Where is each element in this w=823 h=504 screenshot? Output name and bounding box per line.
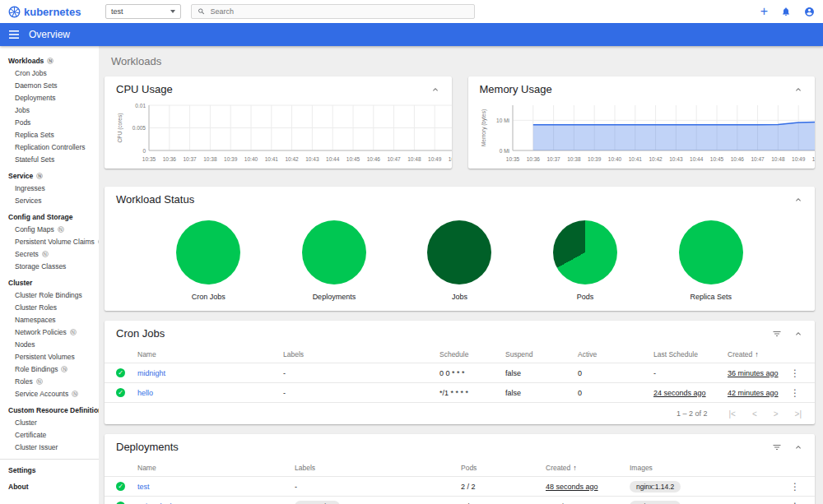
column-header-suspend[interactable]: Suspend <box>505 350 578 358</box>
status-ok-icon: ✓ <box>116 388 125 397</box>
pie-chart[interactable] <box>176 220 240 284</box>
pie-chart[interactable] <box>679 220 743 284</box>
column-header-schedule[interactable]: Schedule <box>439 350 505 358</box>
sidebar-item-label: Storage Classes <box>15 262 66 270</box>
collapse-button[interactable] <box>793 442 803 452</box>
column-header-last-schedule[interactable]: Last Schedule <box>653 350 728 358</box>
cell-labels: - <box>283 369 439 377</box>
next-page-button[interactable]: > <box>774 409 779 418</box>
sidebar-item-jobs[interactable]: Jobs <box>0 104 99 116</box>
usage-charts-row: CPU Usage 10:3510:3610:3710:3810:3910:40… <box>105 76 815 169</box>
create-button[interactable]: + <box>760 5 768 18</box>
sidebar-item-label: Cron Jobs <box>15 69 47 77</box>
column-header-created[interactable]: Created↑ <box>546 464 630 472</box>
sidebar-item-persistent-volume-claims[interactable]: Persistent Volume ClaimsN <box>0 235 99 247</box>
pie-chart[interactable] <box>302 220 366 284</box>
sidebar-item-namespaces[interactable]: Namespaces <box>0 313 99 326</box>
sidebar-item-config-and-storage[interactable]: Config and Storage <box>0 210 99 223</box>
sidebar-item-workloads[interactable]: WorkloadsN <box>0 54 99 67</box>
sidebar-item-label: Ingresses <box>15 184 45 192</box>
sidebar-item-cluster-issuer[interactable]: Cluster Issuer <box>0 441 99 453</box>
sidebar-item-deployments[interactable]: Deployments <box>0 91 99 104</box>
sidebar-item-secrets[interactable]: SecretsN <box>0 247 99 260</box>
sidebar-item-service-accounts[interactable]: Service AccountsN <box>0 387 99 400</box>
column-header-pods[interactable]: Pods <box>461 464 546 472</box>
sidebar-item-cluster[interactable]: Cluster <box>0 416 99 428</box>
sidebar-item-nodes[interactable]: Nodes <box>0 338 99 350</box>
sidebar-item-replica-sets[interactable]: Replica Sets <box>0 128 99 141</box>
column-header-images[interactable]: Images <box>630 464 787 472</box>
column-header-active[interactable]: Active <box>578 350 653 358</box>
deployment-name-link[interactable]: test <box>137 483 295 491</box>
row-menu-button[interactable]: ⋮ <box>787 368 803 378</box>
row-menu-button[interactable]: ⋮ <box>787 502 803 504</box>
status-ok-icon: ✓ <box>116 368 125 377</box>
cronjob-name-link[interactable]: midnight <box>137 369 283 377</box>
collapse-button[interactable] <box>793 85 803 95</box>
sidebar-item-cluster-roles[interactable]: Cluster Roles <box>0 301 99 313</box>
sidebar-item-cluster[interactable]: Cluster <box>0 276 99 289</box>
sidebar-item-services[interactable]: Services <box>0 194 99 206</box>
search-bar[interactable] <box>191 4 475 19</box>
sidebar-item-network-policies[interactable]: Network PoliciesN <box>0 326 99 338</box>
column-header-labels[interactable]: Labels <box>295 464 461 472</box>
column-header-name[interactable]: Name <box>137 464 295 472</box>
sidebar-item-pods[interactable]: Pods <box>0 116 99 128</box>
filter-button[interactable] <box>772 442 782 452</box>
sidebar-item-daemon-sets[interactable]: Daemon Sets <box>0 79 99 91</box>
menu-button[interactable] <box>9 30 19 39</box>
collapse-button[interactable] <box>430 85 440 95</box>
sidebar-item-settings[interactable]: Settings <box>0 464 99 476</box>
column-header-created[interactable]: Created↑ <box>728 350 787 358</box>
prev-page-button[interactable]: < <box>752 409 757 418</box>
sidebar-item-cluster-role-bindings[interactable]: Cluster Role Bindings <box>0 289 99 301</box>
brand[interactable]: kubernetes <box>8 6 95 18</box>
row-menu-button[interactable]: ⋮ <box>787 482 803 492</box>
svg-text:0.01: 0.01 <box>135 103 146 109</box>
namespace-select[interactable]: test <box>105 4 181 19</box>
sidebar-item-ingresses[interactable]: Ingresses <box>0 182 99 194</box>
notifications-button[interactable] <box>781 7 791 16</box>
pie-chart[interactable] <box>427 220 491 284</box>
sidebar-item-certificate[interactable]: Certificate <box>0 428 99 441</box>
sidebar-item-cron-jobs[interactable]: Cron Jobs <box>0 67 99 79</box>
svg-text:10:40: 10:40 <box>244 156 258 162</box>
collapse-button[interactable] <box>793 329 803 339</box>
collapse-button[interactable] <box>793 195 803 205</box>
sidebar-item-stateful-sets[interactable]: Stateful Sets <box>0 153 99 165</box>
sidebar-item-label: Jobs <box>15 106 30 114</box>
card-title: CPU Usage <box>116 83 173 95</box>
table-header-row: NameLabelsScheduleSuspendActiveLast Sche… <box>105 345 815 363</box>
search-input[interactable] <box>211 7 468 16</box>
cpu-usage-card: CPU Usage 10:3510:3610:3710:3810:3910:40… <box>105 76 452 169</box>
sidebar-item-replication-controllers[interactable]: Replication Controllers <box>0 141 99 153</box>
user-icon <box>804 7 815 17</box>
last-page-button[interactable]: >| <box>795 409 802 418</box>
column-header-labels[interactable]: Labels <box>283 350 439 358</box>
account-button[interactable] <box>804 7 815 17</box>
cell-created: 42 minutes ago <box>728 389 787 397</box>
cronjob-name-link[interactable]: hello <box>137 389 283 397</box>
sidebar-item-label: Settings <box>8 466 36 474</box>
sidebar-item-service[interactable]: ServiceN <box>0 169 99 182</box>
first-page-button[interactable]: |< <box>728 409 735 418</box>
cell-active: 0 <box>578 369 653 377</box>
pie-label: Replica Sets <box>690 293 732 301</box>
sidebar-item-role-bindings[interactable]: Role BindingsN <box>0 363 99 375</box>
filter-button[interactable] <box>772 329 782 339</box>
pie-chart[interactable] <box>553 220 617 284</box>
sidebar-item-config-maps[interactable]: Config MapsN <box>0 223 99 235</box>
svg-text:10:50: 10:50 <box>449 156 452 162</box>
row-menu-button[interactable]: ⋮ <box>787 388 803 398</box>
sidebar-item-storage-classes[interactable]: Storage Classes <box>0 260 99 272</box>
sidebar-item-label: Pods <box>15 118 30 127</box>
sidebar-item-about[interactable]: About <box>0 480 99 492</box>
column-header-name[interactable]: Name <box>137 350 283 358</box>
sidebar-item-custom-resource-definitions[interactable]: Custom Resource Definitions <box>0 404 99 416</box>
namespaced-badge: N <box>70 329 77 335</box>
card-title: Deployments <box>116 441 179 453</box>
sidebar-item-persistent-volumes[interactable]: Persistent Volumes <box>0 350 99 363</box>
svg-text:10:43: 10:43 <box>669 156 683 162</box>
sidebar-item-roles[interactable]: RolesN <box>0 375 99 387</box>
cell-pods: 2 / 2 <box>461 483 546 491</box>
